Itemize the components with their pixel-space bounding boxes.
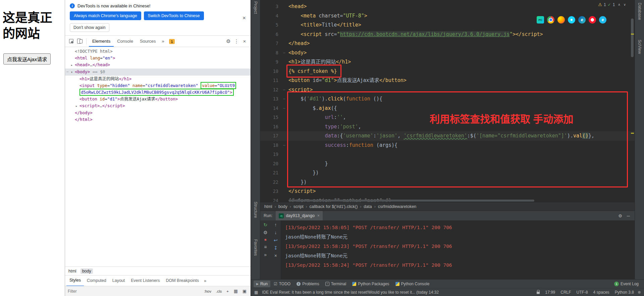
disclosure-arrow-icon[interactable]: ▸ (71, 62, 75, 69)
toolwindow-event-log[interactable]: 1 Event Log (611, 281, 641, 287)
up-icon[interactable]: ↑ (274, 222, 277, 227)
breadcrumb-item[interactable]: data (364, 204, 372, 209)
hscrollbar-thumb[interactable] (288, 200, 534, 202)
elements-tree-row[interactable]: d5oRwLOCZwztS9kLJadLV2dklM8uCB89Sgsvq2q5… (65, 89, 251, 96)
elements-tree-row[interactable]: <button id="d1">点我发送Ajax请求</button> (65, 96, 251, 102)
status-item-python-3-8[interactable]: Python 3.8 (615, 290, 634, 295)
run-settings-icon[interactable]: ⚙ (618, 213, 622, 218)
elements-tree-row[interactable]: ▸<head>…</head> (65, 61, 251, 69)
warning-stripe-mark[interactable] (631, 133, 634, 134)
grid-icon[interactable]: ▦ (232, 287, 239, 295)
settings-gear-icon[interactable]: ⚙ (224, 37, 232, 45)
status-item-utf-8[interactable]: UTF-8 (577, 290, 588, 295)
dom-crumb-body[interactable]: body (80, 268, 93, 274)
prev-problem-icon[interactable]: ∧ (618, 3, 620, 6)
fold-marker-icon[interactable]: − (280, 48, 288, 58)
breadcrumb-item[interactable]: csrfmiddlewaretoken (378, 204, 417, 209)
panel-tab-layout[interactable]: Layout (109, 276, 128, 286)
opera-icon[interactable]: O (589, 16, 596, 24)
elements-tree-row[interactable]: <h1>这是真正的网站</h1> (65, 76, 251, 82)
devtools-tab-elements[interactable]: Elements (89, 36, 114, 47)
panel-layout-icon[interactable]: ▣ (241, 287, 248, 295)
breadcrumb-item[interactable]: script (293, 204, 304, 209)
run-tab-close-icon[interactable]: × (317, 213, 320, 218)
panel-more-icon[interactable]: » (202, 278, 208, 283)
toolwindow-database[interactable]: Database (637, 3, 642, 20)
minimize-icon[interactable]: ─ (627, 213, 630, 218)
safari-icon[interactable] (568, 16, 575, 24)
notification-close-icon[interactable]: × (243, 15, 246, 22)
console-output[interactable]: [13/Sep/2022 15:58:05] "POST /transfer/ … (281, 220, 635, 279)
style-control--cls[interactable]: .cls (214, 289, 223, 294)
disclosure-arrow-icon[interactable]: ▾ (71, 69, 75, 76)
toolwindow-run[interactable]: ▶Run (254, 281, 270, 287)
panel-tab-event-listeners[interactable]: Event Listeners (128, 276, 163, 286)
style-control--hov[interactable]: :hov (202, 289, 213, 294)
dont-show-again-button[interactable]: Don't show again (70, 23, 109, 32)
issues-badge[interactable]: 1 (169, 38, 175, 44)
toolwindow-todo[interactable]: ☑TODO (271, 281, 293, 287)
toolwindow-problems[interactable]: !Problems (294, 281, 322, 287)
status-item-crlf[interactable]: CRLF (560, 290, 571, 295)
elements-tree-row[interactable]: <input type="hidden" name="csrfmiddlewar… (65, 82, 251, 89)
toolwindow-favorites[interactable]: Favorites (253, 239, 258, 256)
elements-tree-row[interactable]: ⋯▾<body> == $0 (65, 69, 251, 76)
fold-marker-icon[interactable]: − (280, 85, 288, 95)
styles-filter-input[interactable] (68, 289, 200, 294)
ie-icon[interactable]: e (599, 16, 606, 24)
edge-icon[interactable]: e (578, 16, 586, 24)
device-toolbar-icon[interactable] (76, 37, 84, 45)
toolwindow-structure[interactable]: Structure (253, 202, 258, 218)
disclosure-arrow-icon[interactable]: ▸ (75, 103, 79, 110)
fold-marker-icon[interactable]: − (280, 141, 288, 150)
inspections-widget[interactable]: ⚠1 ✓1 ∧ ∨ (598, 2, 626, 7)
toolwindow-python-packages[interactable]: Python Packages (350, 281, 392, 287)
toolwindow-sciview[interactable]: SciView (637, 40, 642, 54)
warning-stripe-mark[interactable] (631, 34, 634, 35)
toolwindow-terminal[interactable]: >Terminal (323, 281, 349, 287)
elements-tree-row[interactable]: ▸<script>…</script> (65, 102, 251, 110)
breadcrumb-item[interactable]: body (278, 204, 287, 209)
switch-chinese-button[interactable]: Switch DevTools to Chinese (144, 11, 204, 20)
ajax-button[interactable]: 点我发送Ajax请求 (3, 53, 51, 65)
style-control--[interactable]: + (225, 289, 230, 294)
clear-icon[interactable]: × (274, 253, 277, 258)
devtools-tab-console[interactable]: Console (114, 36, 137, 47)
hide-icon[interactable]: » (264, 252, 267, 257)
rerun-icon[interactable]: ↻ (263, 222, 267, 227)
settings-icon[interactable]: ⚙ (263, 230, 268, 235)
toolwindow-python-console[interactable]: Python Console (393, 281, 432, 287)
editor-hscrollbar[interactable] (288, 199, 630, 202)
dom-crumb-html[interactable]: html (68, 269, 76, 273)
chrome-icon[interactable] (547, 16, 554, 24)
toolwindow-project[interactable]: Project (253, 1, 258, 14)
pycharm-icon[interactable]: PC (537, 16, 544, 24)
devtools-tab-sources[interactable]: Sources (137, 36, 159, 47)
status-item-17-99[interactable]: 17:99 (545, 290, 555, 295)
panel-tab-styles[interactable]: Styles (66, 275, 84, 286)
stop-icon[interactable]: ■ (264, 238, 267, 242)
kebab-menu-icon[interactable]: ⋮ (232, 37, 240, 45)
elements-tree-row[interactable]: </body> (65, 110, 251, 116)
editor-scrollbar[interactable] (630, 0, 635, 202)
run-tab[interactable]: dj day913_django × (276, 211, 323, 220)
notifications-icon[interactable] (638, 291, 641, 294)
match-language-button[interactable]: Always match Chrome's language (70, 11, 141, 20)
breadcrumb-item[interactable]: html (264, 204, 272, 209)
elements-tree-row[interactable]: </html> (65, 116, 251, 123)
scrollbar-thumb[interactable] (631, 18, 634, 57)
breadcrumb-item[interactable]: callback for $('#d1').click() (310, 204, 358, 209)
code-editor[interactable]: 3<head>4 <meta charset="UTF-8">5 <title>… (260, 0, 635, 202)
elements-tree-row[interactable]: <html lang="en"> (65, 55, 251, 61)
inspect-icon[interactable] (67, 37, 75, 45)
fold-marker-icon[interactable]: − (280, 104, 288, 113)
panel-tab-computed[interactable]: Computed (84, 276, 109, 286)
firefox-icon[interactable] (557, 16, 565, 24)
soft-wrap-icon[interactable]: ↩ (274, 238, 278, 243)
fold-marker-icon[interactable]: − (280, 94, 288, 104)
panel-tab-dom-breakpoints[interactable]: DOM Breakpoints (163, 276, 202, 286)
tool-windows-icon[interactable]: ▦ (254, 290, 258, 295)
down-icon[interactable]: ↓ (274, 230, 277, 235)
elements-tree-row[interactable]: <!DOCTYPE html> (65, 48, 251, 55)
elements-tree[interactable]: <!DOCTYPE html><html lang="en">▸<head>…<… (65, 47, 251, 266)
